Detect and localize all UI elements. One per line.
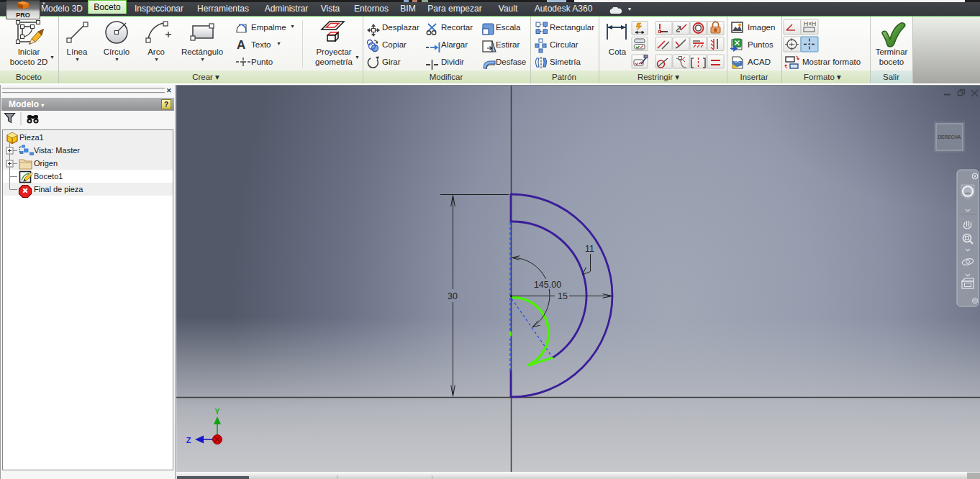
svg-text:Z: Z — [186, 436, 191, 444]
svg-text:PRO: PRO — [16, 12, 30, 19]
svg-text:11: 11 — [585, 244, 594, 254]
svg-text:15: 15 — [558, 291, 568, 301]
svg-text:145.00: 145.00 — [534, 280, 561, 290]
svg-text:A: A — [237, 38, 245, 52]
svg-text:Y: Y — [214, 407, 220, 416]
svg-text:30: 30 — [448, 291, 458, 301]
svg-text:DERECHA: DERECHA — [938, 134, 961, 140]
svg-text:H×H: H×H — [804, 20, 816, 27]
